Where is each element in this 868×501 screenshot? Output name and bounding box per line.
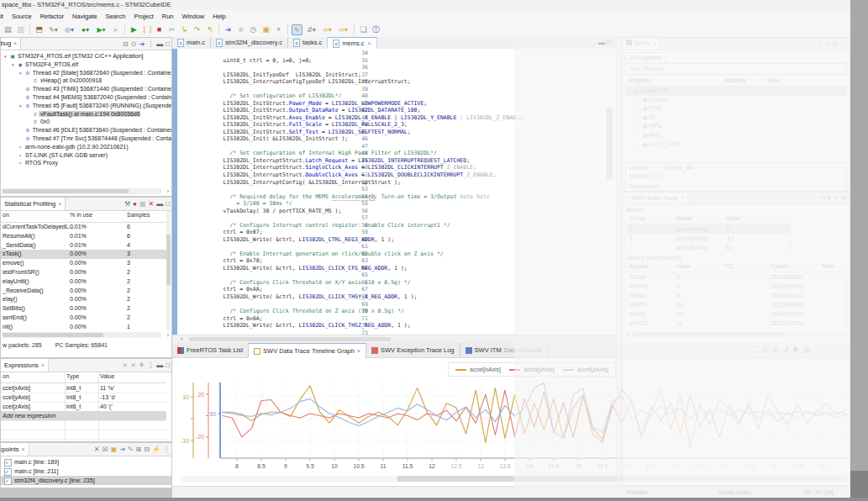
menu-help[interactable]: Help (208, 13, 229, 20)
tree-row[interactable]: ⚙ Thread #3 [TIME] 536871440 (Suspended … (1, 85, 171, 93)
code-line[interactable]: ctrl = 0x70; (207, 257, 263, 265)
tree-row[interactable]: ≡ vFaultTask() at main.c:194 0x80036d6 (1, 110, 171, 119)
disconnect-icon[interactable]: ✂ (166, 24, 177, 35)
code-line[interactable]: LIS302DL_Write( &ctrl, LIS302DL_CLICK_TH… (207, 293, 417, 301)
step-filters-icon[interactable]: ⇵▾ (304, 24, 318, 35)
expand-all-icon[interactable]: ⊞ (136, 444, 142, 455)
code-line[interactable]: ctrl = 0x0A; (207, 315, 263, 323)
tree-row[interactable]: ⚙ Thread #7 [Tmr Svc] 536874448 (Suspend… (1, 134, 171, 143)
tab-breakpoints[interactable]: Breakpoints× (1, 443, 29, 456)
code-line[interactable]: LIS302DL_InitTypeDef LIS302DL_InitStruct… (207, 71, 361, 79)
tree-row[interactable]: ▪ ST-LINK (ST-LINK GDB server) (1, 151, 171, 160)
tree-row[interactable]: ≡ xHeap() at 0x20000918 (1, 76, 171, 85)
column-header-1[interactable]: Type (66, 373, 79, 379)
code-line[interactable]: LIS302DL_InterruptStruct.Latch_Request =… (207, 157, 470, 165)
menu-search[interactable]: Search (102, 13, 130, 20)
breakpoint-checkbox-icon[interactable]: ✓ (4, 477, 12, 485)
goto-file-icon[interactable]: ⇥ (119, 444, 125, 455)
table-row[interactable]: nit()0.00%1 (1, 323, 166, 331)
menu-edit[interactable]: Edit (0, 13, 8, 20)
maximize-icon[interactable]: □ (166, 39, 170, 50)
code-line[interactable]: ctrl = 0xAA; (207, 286, 263, 293)
skip-all-icon[interactable]: ✎ (128, 444, 134, 455)
code-line[interactable]: LIS302DL_InitStruct.Axes_Enable = LIS302… (207, 114, 526, 122)
instruction-stepping-icon[interactable]: ≡ (235, 24, 246, 35)
tab-tasks-c[interactable]: ctasks.c (288, 37, 328, 49)
menu-navigate[interactable]: Navigate (68, 13, 102, 20)
code-line[interactable]: /* Set configuration of Internal High Pa… (207, 150, 437, 157)
debug-hscrollbar[interactable] (2, 188, 161, 194)
column-header-1[interactable]: % in use (70, 212, 92, 218)
tab-mems-c[interactable]: cmems.c× (328, 37, 376, 50)
tree-row[interactable]: ▪ arm-none-eabi-gdb (10.2.90.20210621) (1, 143, 171, 151)
remove-all-icon[interactable]: ✿ (131, 39, 137, 50)
restart-icon[interactable]: ➔ (223, 24, 234, 35)
step-into-icon[interactable]: ↳ (179, 24, 190, 35)
table-row[interactable]: _ReceiveData()0.00%2 (1, 287, 166, 296)
forward-icon[interactable]: ⇨▾ (336, 24, 350, 35)
profiling-hscrollbar[interactable] (2, 332, 161, 338)
step-return-icon[interactable]: ↰ (204, 24, 215, 35)
code-line[interactable]: /* Configure Click Threshold on Z axis (… (207, 308, 404, 315)
code-line[interactable]: LIS302DL_InterruptConfig( &LIS302DL_Inte… (207, 179, 401, 187)
table-row[interactable]: emove()0.00%3 (1, 259, 166, 268)
tree-row[interactable]: ▾⚙ Thread #5 [Fault] 536873240 (RUNNING)… (1, 102, 171, 110)
timer-icon[interactable]: ◷ (248, 24, 259, 35)
tab-stm32f4_discovery-c[interactable]: cstm32f4_discovery.c (211, 37, 288, 49)
code-line[interactable]: LIS302DL_Write( &ctrl, LIS302DL_CTRL_REG… (207, 236, 394, 244)
menu-window[interactable]: Window (178, 13, 209, 20)
debug-icon[interactable]: ●▾ (78, 24, 92, 35)
column-header-0[interactable]: on (3, 212, 9, 218)
tab-debug[interactable]: Debug× (1, 38, 21, 50)
tab-expressions[interactable]: Expressions× (1, 359, 49, 372)
code-line[interactable]: LIS302DL_Write( &ctrl, LIS302DL_CLICK_TH… (207, 322, 411, 330)
skip-breakpoints-icon[interactable]: ◎▾ (62, 24, 76, 35)
maximize-icon[interactable]: □ (166, 360, 170, 371)
close-icon[interactable]: × (41, 362, 45, 368)
code-line[interactable]: LIS302DL_InterruptStruct.DoubleClick_Axe… (207, 171, 496, 179)
tree-row[interactable]: ≡ 0x0 (1, 118, 171, 126)
collapse-all-icon[interactable]: ⊟ (123, 39, 129, 50)
new-wizard-icon[interactable]: ⬒ (34, 24, 45, 35)
save-all-icon[interactable]: ▥ (15, 24, 26, 35)
terminate-icon[interactable]: ■ (154, 24, 165, 35)
table-row[interactable]: ResumeAll()0.01%6 (1, 232, 166, 241)
scroll-right-icon[interactable]: › (167, 188, 169, 194)
tree-row[interactable]: ▪ RTOS Proxy (1, 159, 171, 167)
view-menu-icon[interactable]: ⋮ (163, 444, 170, 455)
minimize-icon[interactable]: ▬ (156, 360, 163, 371)
mark-occurrences-icon[interactable]: ✎ (292, 24, 302, 35)
column-header-0[interactable]: on (3, 373, 9, 379)
code-line[interactable]: LIS302DL_InterruptStruct.SingleClick_Axe… (207, 164, 476, 171)
tab-freertos-task-list[interactable]: FreeRTOS Task List (172, 343, 249, 357)
close-icon[interactable]: × (368, 40, 371, 46)
add-icon[interactable]: ⚘ (139, 360, 145, 371)
suspend-icon[interactable]: ❘❘ (141, 24, 152, 35)
codan-icon[interactable]: ✎▾ (46, 24, 60, 35)
remove-all-icon[interactable]: ☒ (102, 444, 108, 455)
close-icon[interactable]: × (13, 40, 17, 46)
scroll-left-icon[interactable]: ‹ (181, 336, 182, 342)
close-icon[interactable]: × (357, 344, 360, 358)
code-line[interactable]: LIS302DL_Write( &ctrl, LIS302DL_CLICK_CF… (207, 265, 408, 272)
code-line[interactable]: LIS302DL_InitStruct.Output_DataRate = LI… (207, 107, 420, 114)
menu-project[interactable]: Project (129, 13, 157, 20)
code-line[interactable]: /* Enable Interrupt generation on click/… (207, 250, 444, 258)
code-line[interactable]: /* Required delay for the MEMS Accelerom… (207, 193, 490, 201)
restart-icon[interactable]: ➔ (139, 39, 145, 50)
back-icon[interactable]: ⇦▾ (320, 24, 334, 35)
code-line[interactable]: vTaskDelay( 30 / portTICK_RATE_MS ); (207, 208, 341, 215)
table-row[interactable]: elay()0.00%2 (1, 295, 166, 304)
tree-row[interactable]: ⚙ Thread #4 [MEMS] 536872040 (Suspended … (1, 93, 171, 102)
open-perspective-icon[interactable]: ❏ (358, 24, 369, 35)
tab-swv-data-trace-timeline-graph[interactable]: SWV Data Trace Timeline Graph× (249, 343, 366, 358)
column-header-2[interactable]: Samples (127, 212, 150, 218)
code-line[interactable]: LIS302DL_InitStruct.Full_Scale = LIS302D… (207, 121, 408, 129)
code-line[interactable]: = 3/100 = 30ms */ (207, 200, 292, 208)
code-line[interactable]: LIS302DL_InterruptConfigTypeDef LIS302DL… (207, 78, 411, 86)
code-line[interactable]: LIS302DL_InitStruct.Self_Test = LIS302DL… (207, 129, 411, 136)
view-menu-icon[interactable]: ⋮ (147, 360, 154, 371)
minimize-icon[interactable]: ▬ (156, 39, 163, 50)
table-row[interactable]: sertEnd()0.00%2 (1, 314, 166, 323)
code-line[interactable]: LIS302DL_Init( &LIS302DL_InitStruct ); (207, 135, 348, 143)
